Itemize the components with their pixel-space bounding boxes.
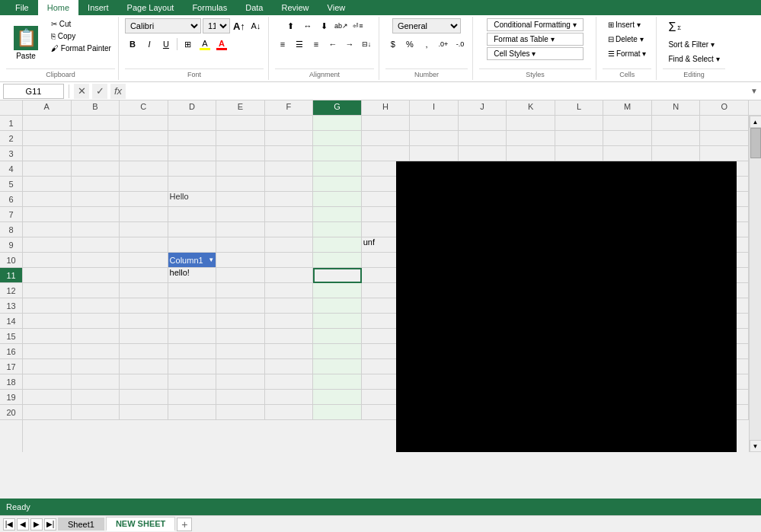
align-top-button[interactable]: ⬆ xyxy=(283,18,299,33)
cell-C10[interactable] xyxy=(120,253,168,268)
indent-inc-button[interactable]: → xyxy=(342,37,357,52)
row-num-19[interactable]: 19 xyxy=(0,390,22,405)
cell-G3[interactable] xyxy=(313,146,362,161)
cell-D5[interactable] xyxy=(168,177,217,192)
sheet-tab-new-sheet[interactable]: NEW SHEET xyxy=(106,517,175,531)
cell-G4[interactable] xyxy=(313,161,362,177)
cell-M3[interactable] xyxy=(603,146,652,161)
cell-E15[interactable] xyxy=(216,329,265,344)
cell-A14[interactable] xyxy=(23,314,72,329)
cell-A4[interactable] xyxy=(23,161,72,177)
cell-C20[interactable] xyxy=(120,405,168,420)
cell-E6[interactable] xyxy=(216,192,265,207)
cell-A2[interactable] xyxy=(23,131,72,146)
cell-E11[interactable] xyxy=(216,268,265,283)
cell-C1[interactable] xyxy=(120,116,168,131)
cell-B14[interactable] xyxy=(72,314,120,329)
row-num-12[interactable]: 12 xyxy=(0,283,22,298)
cell-F18[interactable] xyxy=(265,374,314,390)
cell-B16[interactable] xyxy=(72,344,120,359)
tab-view[interactable]: View xyxy=(318,0,355,15)
cell-J3[interactable] xyxy=(459,146,507,161)
cell-E9[interactable] xyxy=(216,237,265,253)
format-as-table-button[interactable]: Format as Table ▾ xyxy=(487,33,583,46)
cell-F8[interactable] xyxy=(265,222,314,237)
cell-A13[interactable] xyxy=(23,298,72,314)
cell-C7[interactable] xyxy=(120,207,168,222)
cell-D15[interactable] xyxy=(168,329,217,344)
scroll-down-button[interactable]: ▼ xyxy=(750,440,762,452)
orientation-button[interactable]: ab↗ xyxy=(334,18,349,33)
cell-G19[interactable] xyxy=(313,390,362,405)
row-num-9[interactable]: 9 xyxy=(0,237,22,253)
decrease-decimal-button[interactable]: -.0 xyxy=(452,37,468,52)
insert-function-button[interactable]: fx xyxy=(110,84,126,99)
cell-B7[interactable] xyxy=(72,207,120,222)
tab-formulas[interactable]: Formulas xyxy=(183,0,236,15)
cell-F12[interactable] xyxy=(265,283,314,298)
copy-button[interactable]: ⎘ Copy xyxy=(47,30,115,42)
cell-F19[interactable] xyxy=(265,390,314,405)
cell-D16[interactable] xyxy=(168,344,217,359)
cell-D6[interactable]: Hello xyxy=(168,192,217,207)
col-header-F[interactable]: F xyxy=(265,100,314,115)
cell-K2[interactable] xyxy=(507,131,555,146)
cell-D8[interactable] xyxy=(168,222,217,237)
cell-B1[interactable] xyxy=(72,116,120,131)
cell-C14[interactable] xyxy=(120,314,168,329)
tab-data[interactable]: Data xyxy=(236,0,272,15)
col-header-H[interactable]: H xyxy=(362,100,411,115)
cell-D13[interactable] xyxy=(168,298,217,314)
cell-E8[interactable] xyxy=(216,222,265,237)
cell-E12[interactable] xyxy=(216,283,265,298)
row-num-3[interactable]: 3 xyxy=(0,146,22,161)
cell-B6[interactable] xyxy=(72,192,120,207)
cell-styles-button[interactable]: Cell Styles ▾ xyxy=(487,47,583,60)
sheet-tab-sheet1[interactable]: Sheet1 xyxy=(58,518,104,530)
scroll-track[interactable] xyxy=(750,128,762,440)
cell-C3[interactable] xyxy=(120,146,168,161)
cell-L2[interactable] xyxy=(555,131,604,146)
cell-B17[interactable] xyxy=(72,359,120,374)
cell-F1[interactable] xyxy=(265,116,314,131)
cell-A5[interactable] xyxy=(23,177,72,192)
cell-G20[interactable] xyxy=(313,405,362,420)
row-num-14[interactable]: 14 xyxy=(0,314,22,329)
tab-prev-button[interactable]: ◀ xyxy=(17,518,29,530)
cell-E13[interactable] xyxy=(216,298,265,314)
cell-G5[interactable] xyxy=(313,177,362,192)
cell-C13[interactable] xyxy=(120,298,168,314)
cell-A3[interactable] xyxy=(23,146,72,161)
delete-cells-button[interactable]: ⊟ Delete ▾ xyxy=(603,33,651,46)
align-left-button[interactable]: ≡ xyxy=(275,37,290,52)
cell-N1[interactable] xyxy=(652,116,701,131)
align-bottom-button[interactable]: ⬇ xyxy=(317,18,332,33)
cell-A10[interactable] xyxy=(23,253,72,268)
cell-A16[interactable] xyxy=(23,344,72,359)
cell-C17[interactable] xyxy=(120,359,168,374)
conditional-formatting-button[interactable]: Conditional Formatting ▾ xyxy=(487,18,583,31)
cell-E14[interactable] xyxy=(216,314,265,329)
row-num-5[interactable]: 5 xyxy=(0,177,22,192)
cell-K1[interactable] xyxy=(507,116,555,131)
cell-O1[interactable] xyxy=(700,116,749,131)
format-painter-button[interactable]: 🖌 Format Painter xyxy=(47,43,115,54)
cell-C2[interactable] xyxy=(120,131,168,146)
row-num-17[interactable]: 17 xyxy=(0,359,22,374)
cell-H3[interactable] xyxy=(362,146,411,161)
cell-F11[interactable] xyxy=(265,268,314,283)
col-header-L[interactable]: L xyxy=(555,100,604,115)
confirm-formula-button[interactable]: ✓ xyxy=(92,84,107,99)
cell-G9[interactable] xyxy=(313,237,362,253)
cell-D4[interactable] xyxy=(168,161,217,177)
cell-C8[interactable] xyxy=(120,222,168,237)
cell-C6[interactable] xyxy=(120,192,168,207)
cell-B3[interactable] xyxy=(72,146,120,161)
font-family-selector[interactable]: Calibri xyxy=(125,18,201,33)
cell-C15[interactable] xyxy=(120,329,168,344)
cell-J2[interactable] xyxy=(459,131,507,146)
cell-A7[interactable] xyxy=(23,207,72,222)
cell-D2[interactable] xyxy=(168,131,217,146)
sort-filter-button[interactable]: Sort & Filter ▾ xyxy=(663,38,724,51)
cell-B18[interactable] xyxy=(72,374,120,390)
